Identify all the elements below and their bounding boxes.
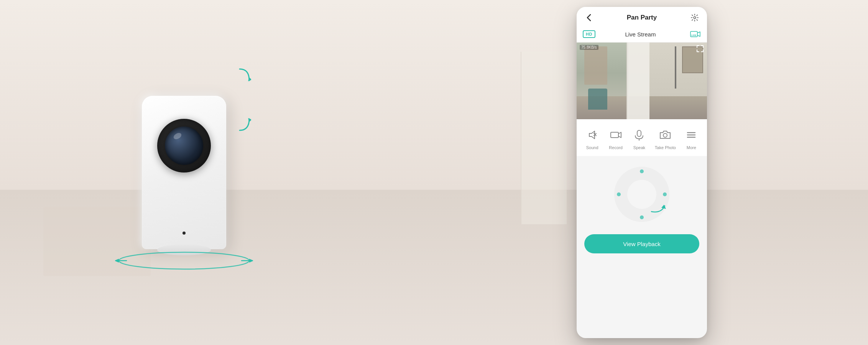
takephoto-label: Take Photo: [655, 145, 676, 150]
record-label: Record: [609, 145, 622, 150]
camera-lens: [165, 127, 203, 165]
camera-lens-housing: [157, 119, 211, 172]
playback-label: View Playback: [623, 241, 660, 247]
camera-body: [142, 96, 226, 249]
sound-control[interactable]: Sound: [584, 127, 600, 150]
phone-header: Pan Party: [577, 7, 707, 27]
svg-point-19: [640, 169, 644, 173]
video-stream[interactable]: 75.8KB/s: [577, 43, 707, 119]
video-door: [626, 43, 649, 119]
phone-screen: Pan Party HD Live Stream LIVE: [577, 7, 707, 338]
device-title: Pan Party: [627, 14, 657, 21]
svg-point-13: [663, 133, 667, 137]
video-easel: [584, 46, 607, 85]
joystick-ring[interactable]: [611, 164, 672, 225]
video-chair: [588, 89, 607, 110]
svg-rect-10: [611, 132, 618, 138]
record-control[interactable]: Record: [608, 127, 624, 150]
phone-mockup: Pan Party HD Live Stream LIVE: [577, 7, 707, 338]
live-icon: LIVE: [690, 30, 701, 38]
joystick-svg: [611, 164, 672, 225]
svg-point-18: [627, 180, 656, 209]
speak-label: Speak: [633, 145, 645, 150]
svg-marker-4: [115, 259, 119, 263]
more-icon: [683, 127, 699, 143]
sound-label: Sound: [586, 145, 598, 150]
svg-point-2: [119, 252, 249, 269]
stream-title: Live Stream: [600, 31, 681, 38]
takephoto-control[interactable]: Take Photo: [655, 127, 676, 150]
settings-button[interactable]: [689, 12, 700, 23]
speak-control[interactable]: Speak: [631, 127, 647, 150]
camera-status-dot: [182, 232, 186, 235]
camera-device: [84, 42, 284, 303]
svg-point-22: [663, 192, 667, 196]
camera-icon: [657, 127, 673, 143]
svg-text:LIVE: LIVE: [691, 34, 696, 36]
video-bitrate: 75.8KB/s: [580, 45, 598, 50]
more-control[interactable]: More: [683, 127, 699, 150]
more-label: More: [687, 145, 696, 150]
vertical-rotation-arrows: [228, 65, 251, 134]
view-playback-button[interactable]: View Playback: [584, 234, 699, 253]
svg-marker-3: [249, 259, 253, 263]
stream-header: HD Live Stream LIVE: [577, 27, 707, 43]
record-icon: [608, 127, 624, 143]
svg-rect-11: [637, 130, 641, 136]
video-stand: [675, 46, 676, 89]
svg-point-5: [694, 16, 696, 19]
sound-icon: [584, 127, 600, 143]
bg-door: [521, 52, 567, 224]
joystick-area: [577, 156, 707, 234]
svg-point-20: [640, 215, 644, 219]
svg-point-21: [617, 192, 621, 196]
hd-badge[interactable]: HD: [583, 30, 595, 38]
controls-section: Sound Record: [577, 119, 707, 156]
fullscreen-button[interactable]: [696, 45, 704, 53]
speak-icon: [631, 127, 647, 143]
horizontal-rotation-oval: [115, 249, 253, 272]
back-button[interactable]: [584, 12, 594, 23]
